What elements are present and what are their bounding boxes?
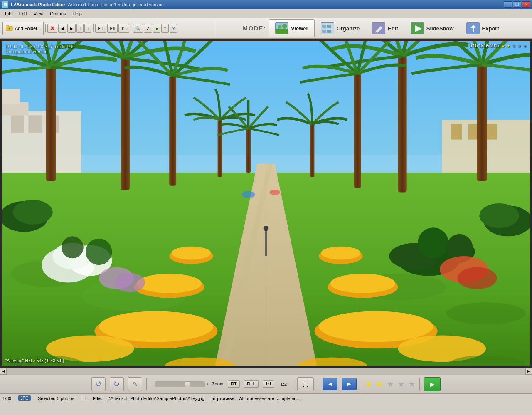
menu-file[interactable]: File	[2, 10, 16, 17]
stop-button[interactable]: ✕	[47, 24, 57, 33]
forward-icon: ▶	[70, 26, 73, 31]
photo-count: 1\39	[2, 396, 11, 401]
menu-view[interactable]: View	[30, 10, 47, 17]
viewer-icon	[275, 22, 288, 34]
zoom-plus-icon[interactable]: +	[207, 382, 209, 386]
mode-viewer[interactable]: Viewer	[269, 19, 315, 37]
status-bar: 1\39 JPG Selected 0 photos ⬚ File: L:\Ar…	[0, 393, 532, 403]
in-process-label: In process:	[212, 396, 236, 401]
title-bar-left: 🖼 L:\Artensoft Photo Editor Artensoft Ph…	[2, 1, 164, 8]
mode-slideshow[interactable]: SlideShow	[404, 19, 460, 37]
zoom-fit-button[interactable]: FIT	[228, 380, 240, 388]
sep1	[45, 24, 46, 32]
svg-rect-64	[169, 76, 176, 186]
rotate-left-button[interactable]: ↺	[91, 377, 106, 391]
edit-label: Edit	[388, 25, 398, 32]
svg-rect-27	[486, 124, 497, 140]
close-button[interactable]: ✕	[522, 1, 530, 8]
stop-icon: ✕	[50, 25, 55, 32]
record-btn[interactable]: ●	[153, 24, 160, 33]
nav-prev-button[interactable]: ◀	[323, 378, 337, 390]
status-sep-5	[208, 395, 208, 402]
rotate-left-icon: ↺	[95, 380, 101, 389]
onetoone-button[interactable]: 1:1	[118, 24, 129, 33]
organize-icon	[321, 22, 334, 34]
in-process-status: All processes are completed...	[239, 396, 300, 401]
svg-rect-20	[29, 115, 42, 133]
rate-star-2[interactable]: ★	[376, 380, 383, 389]
svg-rect-10	[322, 30, 326, 33]
menu-help[interactable]: Help	[69, 10, 85, 17]
photo-display[interactable]: F/4.99 +0 • 1/50+100 • 17 mm to 1/40 Unr…	[2, 41, 530, 366]
help-icon: ?	[172, 26, 175, 31]
menu-options[interactable]: Options	[47, 10, 69, 17]
scroll-right-arrow[interactable]: ▶	[525, 368, 532, 375]
window-controls: — ❐ ✕	[504, 1, 530, 8]
sep-ctrl-1	[146, 378, 147, 390]
minimize-button[interactable]: —	[504, 1, 512, 8]
nav-next-button[interactable]: ▶	[342, 378, 357, 390]
up-button[interactable]: ↑	[76, 24, 84, 33]
format-badge: JPG	[18, 395, 30, 401]
svg-rect-68	[246, 128, 251, 173]
horizontal-scrollbar[interactable]: ◀ ▶	[0, 368, 532, 374]
svg-point-52	[114, 273, 145, 292]
zoom-slider[interactable]	[155, 381, 205, 387]
rate-star-3[interactable]: ★	[387, 380, 394, 389]
zoom-1to1-button[interactable]: 1:1	[263, 380, 274, 388]
edit-button[interactable]: ✎	[128, 377, 142, 391]
back-icon: ◀	[61, 26, 64, 31]
star-2: ★	[507, 44, 510, 48]
maximize-button[interactable]: ❐	[513, 1, 521, 8]
edit-icon	[372, 22, 385, 34]
zoom-fill-button[interactable]: FILL	[244, 380, 259, 388]
selected-photos: Selected 0 photos	[38, 396, 74, 401]
rotate-right-button[interactable]: ↻	[110, 377, 124, 391]
play-button[interactable]: ▶	[424, 377, 441, 391]
svg-point-6	[282, 24, 287, 29]
scroll-left-arrow[interactable]: ◀	[0, 368, 7, 375]
svg-point-74	[457, 267, 497, 289]
menu-edit[interactable]: Edit	[16, 10, 30, 17]
svg-rect-62	[46, 67, 56, 181]
rate-star-1[interactable]: ★	[365, 380, 372, 389]
window-title: Artensoft Photo Editor 1.5 Unregistered …	[68, 2, 164, 7]
svg-point-56	[418, 227, 448, 258]
up-icon: ↑	[79, 26, 81, 31]
nav-prev-icon: ◀	[328, 381, 332, 387]
svg-point-47	[321, 247, 360, 260]
watermark-top: F/4.99 +0 • 1/50+100 • 17 mm to 1/40 Unr…	[5, 44, 75, 54]
fullscreen-button[interactable]: ⛶	[297, 377, 314, 391]
help-btn[interactable]: ?	[170, 24, 177, 33]
forward-button[interactable]: ▶	[67, 24, 76, 33]
star-1: ★	[501, 44, 505, 48]
svg-rect-25	[451, 124, 462, 140]
photo-info: F/4.99 +0 • 1/50+100 • 17 mm to 1/40	[5, 44, 75, 49]
zoom-btn[interactable]: 🔍	[133, 24, 143, 33]
fill-button[interactable]: Fill	[107, 24, 118, 33]
border-btn[interactable]: □	[161, 24, 169, 33]
star-5: ★	[523, 44, 527, 48]
fullscreen-icon: ⛶	[302, 380, 309, 388]
zoom-label: Zoom	[212, 382, 224, 386]
mode-separator	[214, 20, 214, 37]
mode-organize[interactable]: Organize	[315, 19, 366, 37]
mode-export[interactable]: Export	[460, 19, 505, 37]
mode-edit[interactable]: Edit	[366, 19, 404, 37]
rate-star-5[interactable]: ★	[409, 380, 415, 389]
status-sep-3	[78, 395, 78, 402]
file-label: File:	[93, 396, 102, 401]
select-icon: ⬚	[81, 395, 86, 401]
scroll-track[interactable]	[7, 368, 525, 375]
zoom-thumb[interactable]	[185, 381, 190, 387]
svg-rect-66	[398, 56, 407, 192]
rate-star-4[interactable]: ★	[398, 380, 404, 389]
back-button[interactable]: ◀	[58, 24, 66, 33]
svg-rect-67	[354, 74, 361, 188]
expand-btn[interactable]: ⤢	[144, 24, 152, 33]
fit-button[interactable]: FIT	[95, 24, 106, 33]
down-button[interactable]: ↓	[84, 24, 91, 33]
add-folder-button[interactable]: + Add Folder...	[2, 22, 44, 35]
zoom-minus-icon[interactable]: −	[151, 382, 153, 386]
title-bar: 🖼 L:\Artensoft Photo Editor Artensoft Ph…	[0, 0, 532, 9]
